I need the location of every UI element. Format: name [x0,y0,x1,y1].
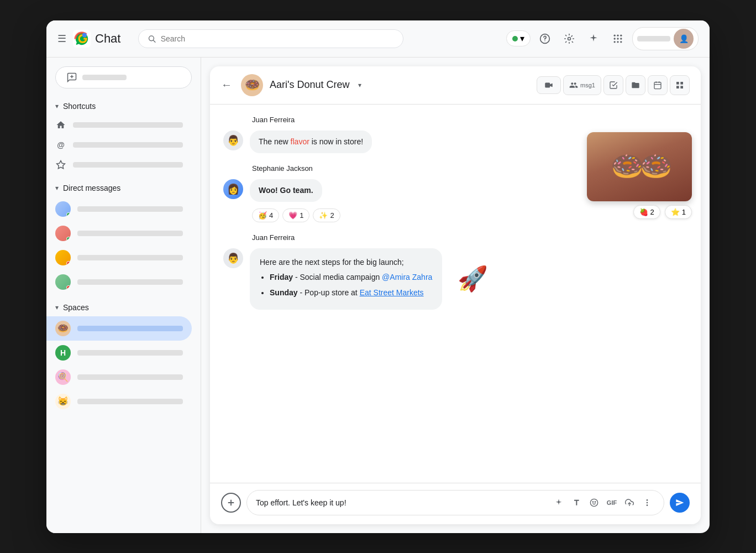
message-input-wrapper[interactable]: GIF [246,490,664,515]
help-icon-btn[interactable] [535,29,555,49]
dm1-avatar [55,201,71,217]
juan-avatar-2: 👨 [223,248,243,268]
dm3-placeholder [77,255,183,260]
format-text-btn[interactable] [569,495,584,510]
more-options-icon [675,81,684,90]
svg-rect-23 [676,86,679,88]
send-button[interactable] [670,493,690,513]
more-options-button[interactable] [670,75,690,95]
steps-bubble: Here are the next steps for the big laun… [250,248,442,310]
svg-point-12 [620,38,622,39]
svg-point-10 [614,38,616,39]
members-button[interactable]: msg1 [563,75,601,95]
sidebar-item-saved[interactable] [46,155,192,175]
upload-btn[interactable] [622,495,637,510]
sidebar-dm-3[interactable] [46,246,192,270]
sidebar-dm-2[interactable] [46,221,192,246]
settings-icon-btn[interactable] [559,29,579,49]
reaction-party[interactable]: 🥳 4 [252,208,279,222]
svg-point-1 [82,33,87,37]
ai-spark-input-btn[interactable] [551,495,566,510]
apps-icon-btn[interactable] [608,29,628,49]
reaction-sparkle[interactable]: ✨ 2 [313,208,340,222]
steps-intro: Here are the next steps for the big laun… [260,258,404,267]
msg1-text-after: is now in store! [309,137,363,146]
strawberry-reaction[interactable]: 🍓 2 [633,205,660,219]
chat-header-actions: msg1 [537,75,690,95]
back-button[interactable]: ← [221,79,232,91]
user-avatar: 👤 [674,29,694,49]
video-call-button[interactable] [537,76,561,94]
sidebar-space-lollipop[interactable]: 🍭 [46,365,192,389]
new-chat-button[interactable] [55,66,192,88]
folder-icon [631,81,640,90]
spaces-section-header[interactable]: ▾ Spaces [46,299,201,316]
space1-placeholder [77,326,183,331]
spaces-label: Spaces [63,303,89,312]
sidebar-dm-1[interactable] [46,197,192,221]
sidebar-space-h[interactable]: H [46,341,192,365]
spaces-chevron: ▾ [55,304,59,311]
dm2-avatar [55,226,71,241]
eat-street-link[interactable]: Eat Street Markets [360,288,424,297]
chat-header: ← 🍩 Aari's Donut Crew ▾ msg1 [210,66,701,105]
more-input-icon [643,498,652,507]
strawberry-count: 2 [650,208,654,216]
mention-amira[interactable]: @Amira Zahra [382,273,432,281]
msg1-text-before: The new [259,137,291,146]
sender-3: Juan Ferreira [252,233,687,242]
direct-messages-section-header[interactable]: ▾ Direct messages [46,179,201,197]
message-input[interactable] [256,498,547,507]
status-dropdown-icon: ▾ [520,33,524,44]
search-input[interactable] [161,34,395,43]
messages-area: 🍩🍩 🍓 2 ⭐ 1 Juan Ferreira [210,105,701,483]
app-logo: Chat [73,30,120,48]
sidebar-dm-4[interactable] [46,270,192,294]
sunday-text: - Pop-up store at [300,288,359,297]
hamburger-icon[interactable]: ☰ [57,33,66,45]
sidebar-space-star[interactable]: 😸 [46,389,192,414]
shortcuts-section-header[interactable]: ▾ Shortcuts [46,97,201,115]
chat-title: Aari's Donut Crew [270,79,349,91]
svg-point-27 [590,499,597,506]
reaction-heart[interactable]: 💗 1 [282,208,309,222]
tasks-icon [609,81,618,90]
more-input-btn[interactable] [639,495,655,510]
dm1-placeholder [77,206,183,212]
star-count: 1 [682,208,686,216]
account-button[interactable]: 👤 [632,27,699,50]
upload-icon [625,498,634,507]
search-bar[interactable] [138,29,403,48]
settings-icon [564,33,575,44]
spark-input-icon [554,498,563,507]
new-chat-icon [67,72,77,82]
tasks-button[interactable] [603,75,623,95]
sidebar-item-mentions[interactable]: @ [46,135,192,155]
spark-icon-btn[interactable] [584,29,603,49]
add-attachment-button[interactable] [221,493,241,513]
donut-image: 🍩🍩 [587,132,692,201]
svg-point-5 [544,40,545,41]
add-icon [226,498,236,508]
step-friday: Friday - Social media campaign @Amira Za… [270,271,432,284]
chat-dropdown-chevron[interactable]: ▾ [358,81,361,89]
juan-avatar-1: 👨 [223,131,243,150]
gif-btn[interactable]: GIF [604,495,620,510]
help-icon [539,33,550,44]
space2-placeholder [77,350,183,356]
folder-button[interactable] [626,75,645,95]
sidebar-item-home[interactable] [46,115,192,135]
calendar-button[interactable] [648,75,668,95]
sidebar: ▾ Shortcuts @ ▾ Di [46,58,201,533]
star-reaction[interactable]: ⭐ 1 [665,205,692,219]
svg-point-15 [620,41,622,43]
svg-point-6 [568,37,571,40]
emoji-btn[interactable] [586,495,602,510]
svg-point-11 [617,38,618,39]
apps-icon [612,33,623,44]
sidebar-space-donut[interactable]: 🍩 [46,316,192,341]
status-button[interactable]: ▾ [506,30,531,46]
svg-rect-21 [676,82,679,85]
svg-point-13 [614,41,616,43]
home-icon [55,119,66,131]
